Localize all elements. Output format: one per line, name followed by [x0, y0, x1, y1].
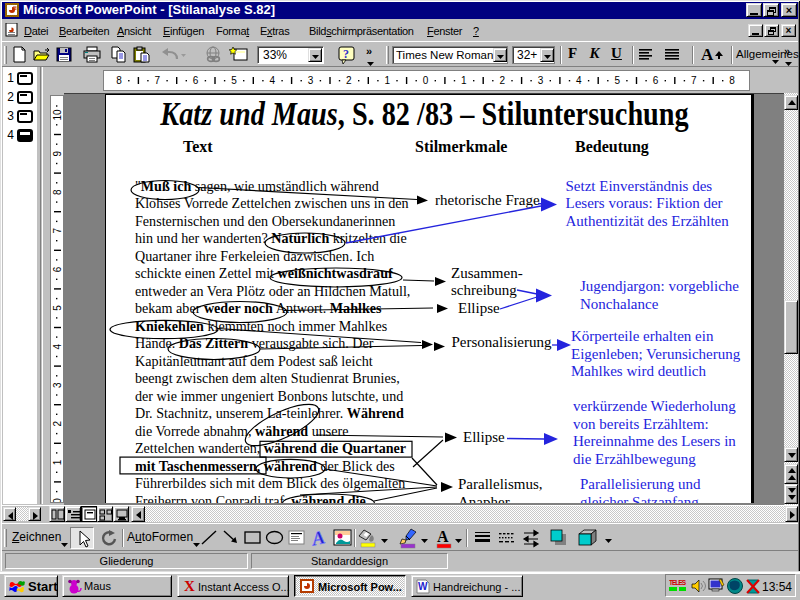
svg-text:3: 3 [538, 75, 544, 86]
svg-text:9: 9 [52, 150, 63, 156]
svg-text:4: 4 [576, 75, 582, 86]
svg-text:1: 1 [52, 459, 63, 465]
svg-text:2: 2 [346, 75, 352, 86]
svg-text:7: 7 [691, 75, 697, 86]
svg-text:0: 0 [423, 75, 429, 86]
svg-text:5: 5 [231, 75, 237, 86]
svg-text:6: 6 [193, 75, 199, 86]
svg-text:5: 5 [52, 305, 63, 311]
svg-text:?: ? [343, 47, 349, 61]
svg-text:8: 8 [729, 75, 735, 86]
svg-text:0: 0 [52, 498, 63, 502]
svg-text:TELES: TELES [669, 579, 687, 586]
svg-text:2: 2 [499, 75, 505, 86]
svg-text:7: 7 [52, 228, 63, 234]
svg-text:3: 3 [308, 75, 314, 86]
svg-text:4: 4 [270, 75, 276, 86]
svg-text:4: 4 [52, 343, 63, 349]
svg-text:10: 10 [52, 109, 63, 121]
svg-text:W: W [418, 581, 428, 592]
svg-text:3: 3 [52, 382, 63, 388]
svg-text:6: 6 [653, 75, 659, 86]
svg-text:A: A [309, 527, 327, 549]
svg-text:1: 1 [384, 75, 390, 86]
svg-text:7: 7 [155, 75, 161, 86]
svg-text:6: 6 [52, 266, 63, 272]
svg-text:1: 1 [461, 75, 467, 86]
svg-text:8: 8 [116, 75, 122, 86]
svg-text:5: 5 [614, 75, 620, 86]
svg-text:2: 2 [52, 421, 63, 427]
svg-text:8: 8 [52, 189, 63, 195]
svg-text:A: A [437, 528, 449, 545]
